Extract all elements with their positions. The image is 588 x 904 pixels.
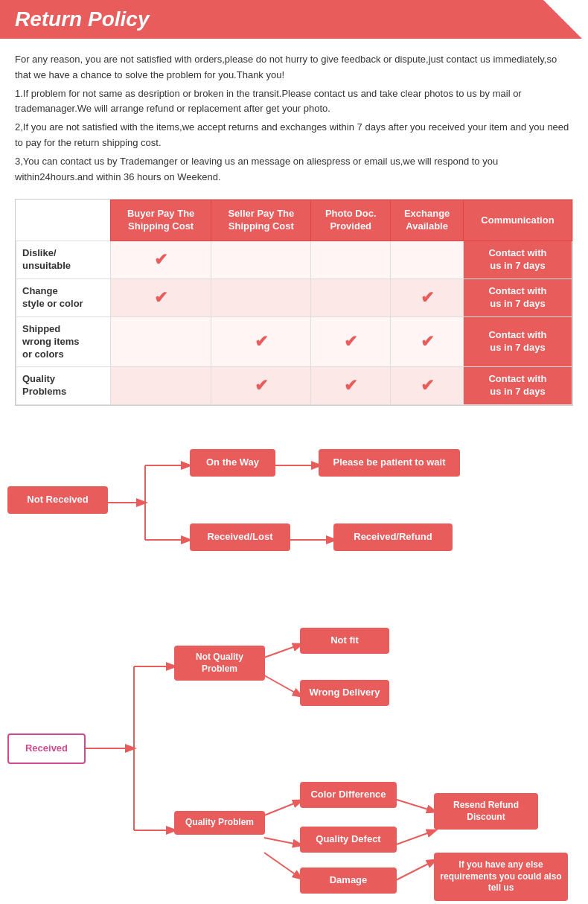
table-row: Changestyle or color ✔ ✔ Contact withus … [16,278,572,316]
row-shipped-buyer-pay [110,316,211,367]
col-header-empty [16,200,111,241]
checkmark-icon: ✔ [421,288,434,307]
svg-line-10 [264,644,301,658]
page-header: Return Policy [0,0,588,39]
received-refund-box: Received/Refund [333,523,453,551]
row-change-photo-doc [311,278,391,316]
intro-line3: 2,If you are not satisfied with the item… [15,120,573,151]
damage-box: Damage [300,868,397,894]
quality-problem-box: Quality Problem [174,811,265,835]
table-row: QualityProblems ✔ ✔ ✔ Contact withus in … [16,367,572,405]
row-quality-buyer-pay [110,367,211,405]
svg-line-17 [394,860,435,881]
row-change-seller-pay [211,278,311,316]
svg-line-15 [394,799,435,812]
not-quality-problem-box: Not Quality Problem [174,646,265,681]
svg-line-14 [264,853,301,879]
table-row: Shippedwrong itemsor colors ✔ ✔ ✔ Contac… [16,316,572,367]
row-quality-photo-doc: ✔ [311,367,391,405]
row-label-change-style: Changestyle or color [16,278,111,316]
checkmark-icon: ✔ [421,376,434,395]
policy-table: Buyer Pay TheShipping Cost Seller Pay Th… [15,199,573,406]
checkmark-icon: ✔ [344,376,357,395]
not-fit-box: Not fit [300,628,389,654]
col-header-buyer-pay: Buyer Pay TheShipping Cost [110,200,211,241]
header-decoration [543,0,588,39]
svg-line-13 [264,838,301,845]
intro-section: For any reason, you are not satisfied wi… [0,52,588,199]
row-shipped-seller-pay: ✔ [211,316,311,367]
received-lost-box: Received/Lost [190,523,290,551]
resend-refund-box: Resend Refund Discount [434,793,538,830]
checkmark-icon: ✔ [421,332,434,351]
row-quality-communication: Contact withus in 7 days [463,367,572,405]
checkmark-icon: ✔ [154,250,167,269]
row-change-exchange: ✔ [391,278,464,316]
col-header-communication: Communication [463,200,572,241]
top-flow-section: Not Received On the Way Please be patien… [7,421,581,585]
row-quality-exchange: ✔ [391,367,464,405]
quality-defect-box: Quality Defect [300,827,397,853]
row-change-buyer-pay: ✔ [110,278,211,316]
row-dislike-exchange [391,241,464,279]
intro-line1: For any reason, you are not satisfied wi… [15,52,573,83]
wrong-delivery-box: Wrong Delivery [300,680,389,706]
row-label-quality: QualityProblems [16,367,111,405]
please-wait-box: Please be patient to wait [319,449,460,477]
row-dislike-communication: Contact withus in 7 days [463,241,572,279]
row-dislike-photo-doc [311,241,391,279]
checkmark-icon: ✔ [255,332,268,351]
row-shipped-photo-doc: ✔ [311,316,391,367]
svg-line-16 [394,830,435,845]
table-row: Dislike/unsuitable ✔ Contact withus in 7… [16,241,572,279]
table-header-row: Buyer Pay TheShipping Cost Seller Pay Th… [16,200,572,241]
any-requirements-box: If you have any else requirements you co… [434,853,568,901]
svg-line-12 [264,800,301,815]
col-header-photo-doc: Photo Doc.Provided [311,200,391,241]
row-dislike-seller-pay [211,241,311,279]
checkmark-icon: ✔ [344,332,357,351]
bottom-flow-section: Received Not Quality Problem Quality Pro… [7,592,581,904]
row-label-shipped-wrong: Shippedwrong itemsor colors [16,316,111,367]
svg-line-11 [264,675,301,696]
row-shipped-exchange: ✔ [391,316,464,367]
col-header-exchange: ExchangeAvailable [391,200,464,241]
row-shipped-communication: Contact withus in 7 days [463,316,572,367]
row-label-dislike: Dislike/unsuitable [16,241,111,279]
row-quality-seller-pay: ✔ [211,367,311,405]
row-change-communication: Contact withus in 7 days [463,278,572,316]
col-header-seller-pay: Seller Pay TheShipping Cost [211,200,311,241]
on-the-way-box: On the Way [190,449,275,477]
received-box: Received [7,733,86,764]
not-received-box: Not Received [7,486,108,514]
page-title: Return Policy [15,7,149,31]
intro-line4: 3,You can contact us by Trademanger or l… [15,154,573,185]
checkmark-icon: ✔ [255,376,268,395]
checkmark-icon: ✔ [154,288,167,307]
intro-line2: 1.If problem for not same as desription … [15,86,573,118]
row-dislike-buyer-pay: ✔ [110,241,211,279]
color-difference-box: Color Difference [300,782,397,808]
